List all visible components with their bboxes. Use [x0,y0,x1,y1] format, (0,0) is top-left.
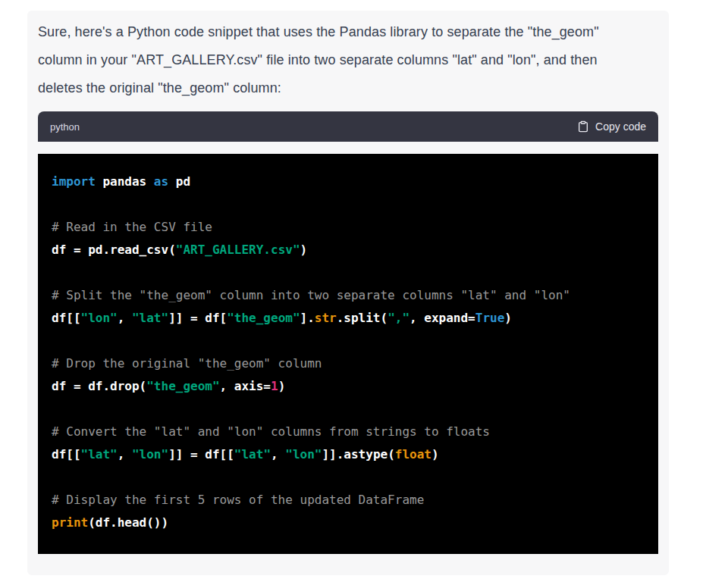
copy-code-label: Copy code [595,120,646,133]
code-line [52,330,645,352]
code-block-header: python Copy code [38,111,658,142]
code-line: # Drop the original "the_geom" column [52,352,645,375]
code-line: # Convert the "lat" and "lon" columns fr… [52,421,645,443]
code-line: df[["lon", "lat"]] = df["the_geom"].str.… [52,307,645,330]
code-line [52,261,645,284]
code-language-label: python [50,121,80,133]
code-line: df = pd.read_csv("ART_GALLERY.csv") [52,239,645,261]
copy-code-button[interactable]: Copy code [577,120,646,133]
code-line: df = df.drop("the_geom", axis=1) [52,375,645,398]
assistant-message-panel: Sure, here's a Python code snippet that … [27,11,669,575]
code-line: print(df.head()) [52,512,645,534]
code-line: # Display the first 5 rows of the update… [52,489,645,512]
code-block: python Copy code import pandas as pd # R… [38,111,658,566]
code-line [52,398,645,421]
intro-text: Sure, here's a Python code snippet that … [38,18,623,102]
code-line: # Read in the CSV file [52,216,645,239]
code-line: df[["lat", "lon"]] = df[["lat", "lon"]].… [52,443,645,466]
code-line [52,193,645,216]
code-line [52,466,645,489]
clipboard-icon [577,120,589,133]
code-line: import pandas as pd [52,171,645,193]
code-content[interactable]: import pandas as pd # Read in the CSV fi… [38,154,658,554]
code-line: # Split the "the_geom" column into two s… [52,284,645,307]
